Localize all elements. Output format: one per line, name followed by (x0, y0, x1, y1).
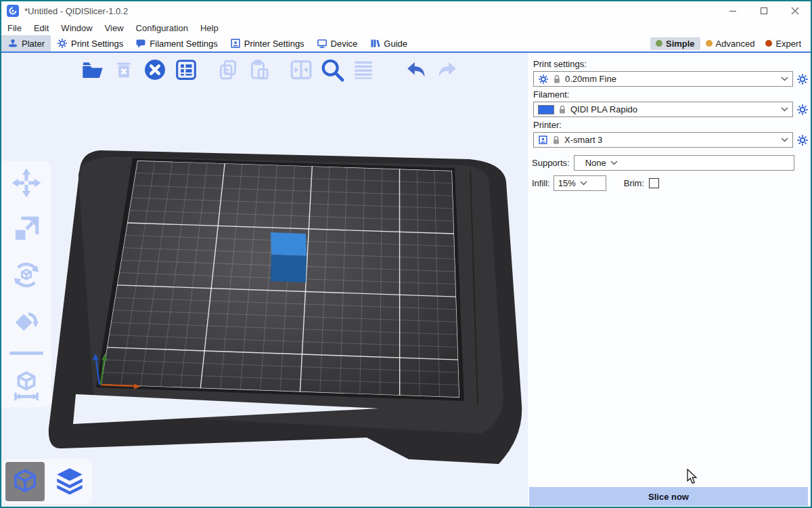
tab-label: Guide (384, 39, 407, 49)
tab-printer-settings[interactable]: Printer Settings (224, 35, 311, 51)
printer-icon (538, 135, 548, 145)
tab-label: Device (331, 39, 358, 49)
build-plate-scene (1, 53, 528, 507)
lock-icon (558, 105, 566, 114)
filament-combo[interactable]: QIDI PLA Rapido (533, 102, 793, 117)
menu-help[interactable]: Help (194, 23, 225, 33)
chevron-down-icon (610, 161, 618, 165)
menu-configuration[interactable]: Configuration (130, 23, 194, 33)
tab-filament-settings[interactable]: Filament Settings (129, 35, 223, 51)
supports-combo[interactable]: None (574, 155, 794, 171)
place-on-face-tool-button[interactable] (11, 305, 42, 337)
close-button[interactable] (780, 1, 811, 20)
menu-view[interactable]: View (99, 23, 130, 33)
app-logo-icon (7, 5, 19, 17)
paste-button[interactable] (246, 57, 272, 83)
menu-bar: File Edit Window View Configuration Help (1, 20, 811, 35)
edit-print-settings-button[interactable] (796, 73, 809, 85)
chevron-down-icon (781, 77, 788, 81)
tab-label: Printer Settings (244, 39, 304, 49)
tab-label: Filament Settings (150, 39, 217, 49)
expert-dot-icon (765, 40, 772, 47)
lock-icon (553, 75, 561, 84)
view-toggle-group (3, 459, 92, 504)
tab-label: Print Settings (71, 39, 123, 49)
left-toolbar (1, 160, 52, 408)
tab-guide[interactable]: Guide (363, 35, 413, 51)
move-tool-button[interactable] (11, 167, 42, 198)
device-icon (317, 38, 328, 49)
tab-bar: Plater Print Settings Filament Settings (1, 35, 811, 53)
measure-tool-button[interactable] (11, 370, 42, 401)
mode-simple[interactable]: Simple (650, 37, 700, 50)
filament-color-swatch (538, 105, 554, 114)
tab-device[interactable]: Device (311, 35, 364, 51)
tab-print-settings[interactable]: Print Settings (51, 35, 129, 51)
menu-edit[interactable]: Edit (28, 23, 55, 33)
3d-viewport (1, 53, 528, 507)
advanced-dot-icon (706, 40, 713, 47)
toolbar-separator (9, 352, 43, 355)
infill-value: 15% (558, 178, 576, 188)
menu-file[interactable]: File (1, 23, 28, 33)
edit-printer-button[interactable] (796, 134, 809, 146)
guide-icon (369, 38, 380, 49)
app-window: *Untitled - QIDISlicer-1.0.2 File Edit W… (0, 0, 812, 508)
copy-button[interactable] (215, 57, 241, 83)
print-settings-label: Print settings: (533, 59, 809, 69)
mode-label: Advanced (716, 39, 755, 49)
printer-combo[interactable]: X-smart 3 (533, 132, 793, 148)
print-settings-combo[interactable]: 0.20mm Fine (533, 71, 793, 87)
lock-icon (552, 135, 560, 145)
cube-view-icon (12, 468, 39, 495)
supports-value: None (579, 158, 606, 168)
brim-label: Brim: (624, 178, 644, 188)
supports-label: Supports: (532, 158, 570, 168)
gear-icon (57, 38, 68, 49)
maximize-button[interactable] (748, 1, 780, 20)
chevron-down-icon (580, 181, 587, 186)
print-settings-value: 0.20mm Fine (565, 74, 777, 84)
infill-combo[interactable]: 15% (554, 175, 606, 191)
gear-icon (538, 74, 549, 85)
open-project-button[interactable] (80, 57, 106, 83)
search-button[interactable] (319, 57, 345, 83)
chevron-down-icon (781, 107, 788, 112)
model-cube[interactable] (271, 232, 307, 282)
mode-advanced[interactable]: Advanced (700, 37, 761, 50)
mode-expert[interactable]: Expert (760, 37, 807, 50)
edit-filament-button[interactable] (796, 104, 809, 116)
printer-label: Printer: (533, 120, 809, 130)
split-objects-button[interactable] (288, 57, 314, 83)
mode-selector: Simple Advanced Expert (650, 35, 811, 51)
undo-button[interactable] (403, 57, 429, 83)
arrange-button[interactable] (173, 57, 199, 83)
settings-panel: Print settings: (528, 53, 811, 507)
filament-value: QIDI PLA Rapido (570, 104, 777, 114)
simple-dot-icon (656, 40, 662, 47)
filament-label: Filament: (533, 89, 809, 100)
brim-checkbox[interactable] (649, 178, 659, 188)
slice-now-button[interactable]: Slice now (529, 487, 808, 506)
tab-plater[interactable]: Plater (1, 35, 51, 51)
printer-icon (230, 38, 241, 49)
title-bar[interactable]: *Untitled - QIDISlicer-1.0.2 (1, 1, 811, 20)
preview-view-button[interactable] (50, 462, 89, 501)
filament-icon (135, 38, 146, 49)
mode-label: Simple (666, 39, 695, 49)
plater-icon (7, 38, 18, 49)
scale-tool-button[interactable] (11, 213, 42, 245)
top-toolbar (77, 57, 463, 83)
layers-view-icon (55, 467, 85, 496)
3d-editor-view-button[interactable] (5, 462, 45, 501)
delete-button[interactable] (111, 57, 137, 83)
minimize-button[interactable] (717, 1, 748, 20)
infill-label: Infill: (532, 178, 550, 188)
mode-label: Expert (775, 39, 801, 49)
delete-all-button[interactable] (142, 57, 168, 83)
chevron-down-icon (781, 137, 788, 142)
menu-window[interactable]: Window (55, 23, 98, 33)
redo-button[interactable] (434, 57, 460, 83)
rotate-tool-button[interactable] (11, 259, 42, 291)
variable-layer-height-button[interactable] (351, 57, 376, 83)
